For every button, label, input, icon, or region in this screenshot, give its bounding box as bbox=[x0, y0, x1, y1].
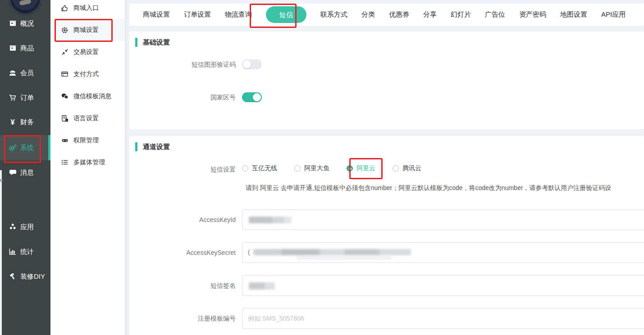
tab-api-apps[interactable]: API应用 bbox=[601, 10, 626, 19]
tab-sms-active[interactable]: 短信 bbox=[266, 6, 306, 23]
submenu-item-language-settings[interactable]: 语言设置 bbox=[50, 107, 125, 129]
tab-share[interactable]: 分享 bbox=[423, 10, 437, 19]
submenu-item-label: 权限管理 bbox=[73, 136, 99, 145]
main-content: 商城设置 订单设置 物流查询 短信 联系方式 分类 优惠券 分享 幻灯片 广告位… bbox=[125, 0, 644, 335]
wechat-icon bbox=[60, 92, 69, 100]
masked-value bbox=[297, 256, 391, 260]
sidebar-item-messages[interactable]: 消息 bbox=[0, 166, 50, 179]
section-header-channel: 通道设置 bbox=[135, 142, 170, 151]
submenu-item-trade-settings[interactable]: 交易设置 bbox=[50, 41, 125, 63]
cart-icon bbox=[8, 94, 17, 102]
overview-box-icon bbox=[8, 20, 17, 27]
channel-settings-card: 通道设置 短信设置 互亿无线 阿里大鱼 阿里云 bbox=[129, 136, 644, 335]
form-row-register-template: 注册模板编号 bbox=[129, 308, 644, 329]
stats-chart-icon bbox=[8, 248, 17, 256]
left-rail bbox=[0, 170, 2, 335]
form-row-accesskeyid: AccessKeyId bbox=[129, 209, 644, 230]
sidebar-item-orders[interactable]: 订单 bbox=[0, 91, 50, 104]
sms-signature-input[interactable] bbox=[242, 275, 644, 296]
submenu-item-label: 支付方式 bbox=[73, 70, 99, 78]
tab-ad-slots[interactable]: 广告位 bbox=[485, 10, 505, 19]
diagonal-arrows-icon bbox=[60, 48, 69, 56]
section-accent-bar bbox=[135, 142, 137, 151]
aliyun-help-note: 请到 阿里云 去申请开通,短信模板中必须包含number；阿里云默认模板为cod… bbox=[246, 184, 642, 192]
country-code-toggle[interactable] bbox=[242, 92, 262, 102]
radio-option-tencent-cloud[interactable]: 腾讯云 bbox=[393, 164, 421, 172]
tab-bar: 商城设置 订单设置 物流查询 短信 联系方式 分类 优惠券 分享 幻灯片 广告位… bbox=[129, 4, 644, 26]
section-header-basic: 基础设置 bbox=[135, 38, 170, 47]
submenu-item-mall-entrance[interactable]: 商城入口 bbox=[50, 0, 125, 19]
tab-asset-password[interactable]: 资产密码 bbox=[519, 10, 546, 19]
sidebar-item-label: 订单 bbox=[20, 94, 34, 102]
submenu-item-label: 商城入口 bbox=[73, 4, 99, 12]
tab-logistics-query[interactable]: 物流查询 bbox=[225, 10, 252, 19]
submenu-item-label: 多媒体管理 bbox=[73, 158, 105, 167]
form-row-sms-provider: 短信设置 互亿无线 阿里大鱼 阿里云 bbox=[129, 164, 644, 174]
form-row-sms-signature: 短信签名 bbox=[129, 275, 644, 296]
tab-map-settings[interactable]: 地图设置 bbox=[560, 10, 587, 19]
field-label: 短信签名 bbox=[129, 275, 236, 296]
masked-value bbox=[249, 217, 292, 223]
tab-order-settings[interactable]: 订单设置 bbox=[184, 10, 211, 19]
toggle-knob bbox=[253, 93, 261, 101]
hammer-icon bbox=[8, 273, 17, 281]
list-icon bbox=[60, 158, 69, 166]
field-label: 注册模板编号 bbox=[129, 308, 236, 329]
sidebar-item-label: 应用 bbox=[20, 223, 34, 231]
sidebar-item-label: 装修DIY bbox=[20, 272, 45, 281]
apps-cubes-icon bbox=[8, 223, 17, 231]
field-label: AccessKeySecret bbox=[129, 242, 236, 263]
submenu-item-mall-settings[interactable]: 商城设置 bbox=[50, 19, 125, 41]
sidebar-item-label: 会员 bbox=[20, 69, 34, 77]
finance-yen-icon: ¥ bbox=[8, 118, 17, 126]
sidebar-item-finance[interactable]: ¥ 财务 bbox=[0, 115, 50, 129]
sidebar-item-statistics[interactable]: 统计 bbox=[0, 245, 50, 258]
form-row-sms-captcha: 短信图形验证码 bbox=[129, 59, 644, 69]
radio-option-aliyun-selected[interactable]: 阿里云 bbox=[347, 164, 375, 172]
submenu-item-wechat-template-messages[interactable]: 微信模板消息 bbox=[50, 85, 125, 107]
tab-contact-info[interactable]: 联系方式 bbox=[320, 10, 347, 19]
radio-option-huyi[interactable]: 互亿无线 bbox=[242, 164, 277, 172]
submenu-item-label: 商城设置 bbox=[73, 26, 99, 34]
sidebar-item-products[interactable]: 商品 bbox=[0, 41, 50, 55]
sidebar-item-label: 概况 bbox=[20, 19, 34, 28]
tab-category[interactable]: 分类 bbox=[361, 10, 375, 19]
submenu-item-permission-management[interactable]: 权限管理 bbox=[50, 129, 125, 151]
collapse-arrow-icon[interactable]: ▶ bbox=[0, 178, 3, 182]
register-template-input-box bbox=[242, 308, 644, 329]
gear-icon bbox=[60, 26, 69, 34]
submenu-item-label: 交易设置 bbox=[73, 48, 99, 56]
sidebar-item-label: 消息 bbox=[20, 168, 34, 177]
credit-card-icon bbox=[60, 70, 69, 78]
sidebar-item-label: 商品 bbox=[20, 44, 34, 53]
masked-value bbox=[253, 249, 411, 255]
submenu-item-multimedia-management[interactable]: 多媒体管理 bbox=[50, 151, 125, 173]
form-row-accesskeysecret: AccessKeySecret ( bbox=[129, 242, 644, 263]
sidebar-item-apps[interactable]: 应用 bbox=[0, 220, 50, 234]
field-label: 国家区号 bbox=[129, 92, 236, 102]
register-template-input[interactable] bbox=[248, 308, 644, 328]
accesskeyid-input[interactable] bbox=[242, 209, 644, 230]
submenu-item-label: 微信模板消息 bbox=[73, 92, 111, 100]
field-label: 短信设置 bbox=[129, 164, 236, 174]
sidebar-item-system[interactable]: 系统 bbox=[0, 141, 50, 154]
sms-provider-radio-group: 互亿无线 阿里大鱼 阿里云 腾讯云 bbox=[242, 164, 421, 172]
sidebar-item-overview[interactable]: 概况 bbox=[0, 17, 50, 30]
sidebar-item-members[interactable]: 会员 bbox=[0, 66, 50, 80]
tab-mall-settings[interactable]: 商城设置 bbox=[143, 10, 170, 19]
masked-value-prefix: ( bbox=[248, 249, 250, 256]
sms-captcha-toggle[interactable] bbox=[242, 59, 262, 69]
radio-option-alidayu[interactable]: 阿里大鱼 bbox=[294, 164, 329, 172]
sidebar-item-decorate-diy[interactable]: 装修DIY bbox=[0, 270, 50, 283]
store-logo[interactable] bbox=[9, 0, 41, 14]
submenu-item-payment-methods[interactable]: 支付方式 bbox=[50, 63, 125, 85]
tab-slides[interactable]: 幻灯片 bbox=[451, 10, 471, 19]
tab-coupons[interactable]: 优惠券 bbox=[389, 10, 409, 19]
submenu-item-label: 语言设置 bbox=[73, 114, 99, 122]
radio-circle bbox=[294, 165, 301, 172]
accesskeysecret-input[interactable]: ( bbox=[242, 242, 644, 263]
field-label: AccessKeyId bbox=[129, 209, 236, 230]
language-book-icon bbox=[60, 114, 69, 122]
basic-settings-card: 基础设置 短信图形验证码 国家区号 bbox=[129, 32, 644, 129]
radio-circle-checked bbox=[347, 165, 353, 172]
